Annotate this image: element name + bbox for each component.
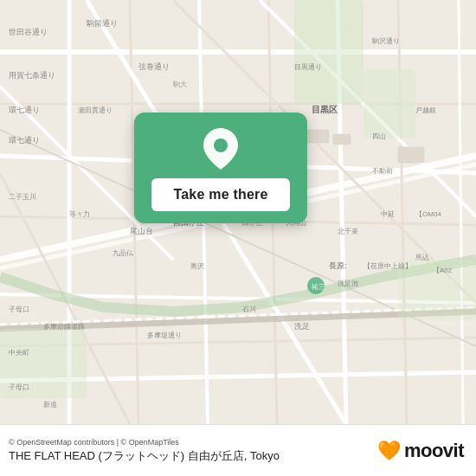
svg-rect-72 xyxy=(307,130,329,143)
svg-text:用賀七条通り: 用賀七条通り xyxy=(9,71,55,80)
svg-point-75 xyxy=(214,138,228,152)
svg-text:駒沢通り: 駒沢通り xyxy=(371,37,400,45)
svg-text:尾山台: 尾山台 xyxy=(130,227,153,235)
svg-text:目黒区: 目黒区 xyxy=(312,105,338,114)
svg-text:新道: 新道 xyxy=(43,401,57,408)
footer-left: © OpenStreetMap contributors | © OpenMap… xyxy=(9,438,280,464)
svg-text:祐三: 祐三 xyxy=(312,283,325,291)
svg-text:子母口: 子母口 xyxy=(9,383,29,391)
svg-text:洗足池: 洗足池 xyxy=(338,280,358,287)
svg-text:洗足: 洗足 xyxy=(294,322,310,331)
place-name: THE FLAT HEAD (フラットヘッド) 自由が丘店, Tokyo xyxy=(9,448,280,464)
svg-text:中央町: 中央町 xyxy=(9,349,29,357)
svg-text:馬込: 馬込 xyxy=(415,254,429,261)
svg-text:駒大: 駒大 xyxy=(172,80,187,88)
map-attribution: © OpenStreetMap contributors | © OpenMap… xyxy=(9,438,280,447)
location-pin-icon xyxy=(203,128,238,170)
svg-text:北千束: 北千束 xyxy=(338,228,358,235)
svg-text:【荏原中上線】: 【荏原中上線】 xyxy=(363,262,412,270)
svg-text:奥沢: 奥沢 xyxy=(190,262,204,270)
moovit-emoji-icon: 🧡 xyxy=(377,440,401,462)
svg-rect-74 xyxy=(398,147,424,163)
svg-text:二子玉川: 二子玉川 xyxy=(9,193,36,201)
svg-text:等々力: 等々力 xyxy=(69,210,90,218)
svg-rect-73 xyxy=(333,134,351,145)
svg-text:環七通り: 環七通り xyxy=(9,106,40,114)
svg-text:多摩堤通り: 多摩堤通り xyxy=(147,331,182,339)
moovit-logo: 🧡 moovit xyxy=(377,440,464,462)
svg-text:長原:: 長原: xyxy=(329,261,347,270)
svg-text:戸越銀: 戸越銀 xyxy=(415,106,436,114)
svg-text:中延: 中延 xyxy=(381,210,395,218)
footer: © OpenStreetMap contributors | © OpenMap… xyxy=(0,424,476,476)
svg-text:世田谷通り: 世田谷通り xyxy=(9,28,48,36)
map-container: 世田谷通り 駒留通り 弦巻通り 用賀七条通り 環七通り 瀬田貫通り 環七通り 駒… xyxy=(0,0,476,424)
svg-text:駒留通り: 駒留通り xyxy=(86,19,118,28)
svg-text:目黒通り: 目黒通り xyxy=(294,63,322,71)
svg-text:環七通り: 環七通り xyxy=(9,136,40,145)
svg-text:石川: 石川 xyxy=(242,306,256,313)
svg-text:瀬田貫通り: 瀬田貫通り xyxy=(78,106,113,114)
svg-text:多摩沿線道路: 多摩沿線道路 xyxy=(43,323,85,331)
svg-text:【A02: 【A02 xyxy=(433,267,453,274)
svg-rect-26 xyxy=(294,0,363,104)
svg-text:弦巻通り: 弦巻通り xyxy=(138,62,170,71)
moovit-brand-text: moovit xyxy=(404,440,464,462)
take-me-there-button[interactable]: Take me there xyxy=(151,178,290,211)
svg-text:九品仏: 九品仏 xyxy=(113,249,134,257)
svg-rect-27 xyxy=(363,69,415,138)
svg-text:子母口: 子母口 xyxy=(9,306,29,313)
location-card: Take me there xyxy=(134,113,307,223)
svg-text:【OM04: 【OM04 xyxy=(415,210,441,218)
svg-text:四山: 四山 xyxy=(372,132,386,140)
svg-text:不動前: 不動前 xyxy=(372,167,393,175)
